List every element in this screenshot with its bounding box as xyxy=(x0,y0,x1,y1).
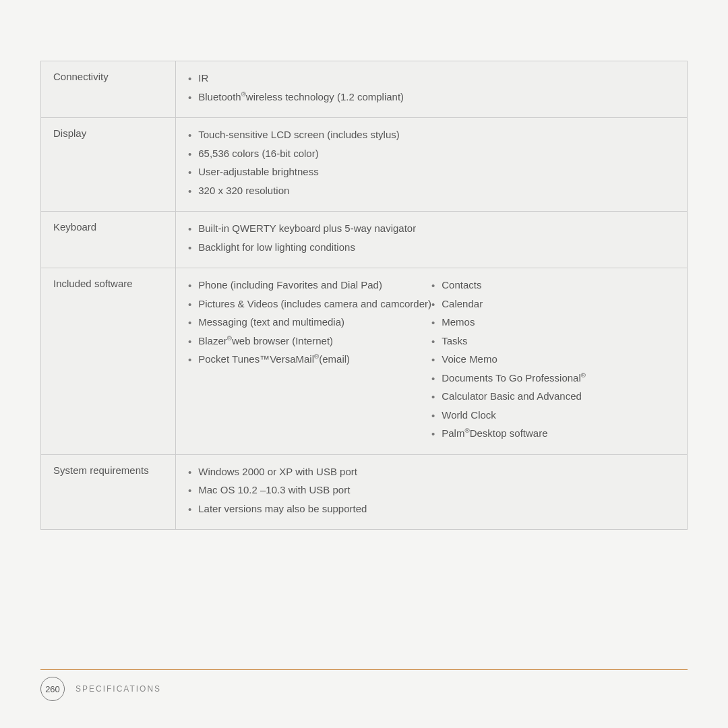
row-label-display: Display xyxy=(41,118,176,212)
list-item: Pocket Tunes™VersaMail® (email) xyxy=(188,352,431,368)
row-label-connectivity: Connectivity xyxy=(41,61,176,118)
software-col-right: Contacts Calendar Memos Tasks Voice Memo… xyxy=(431,278,675,445)
list-item: Pictures & Videos (includes camera and c… xyxy=(188,297,431,313)
row-label-software: Included software xyxy=(41,268,176,455)
display-list: Touch-sensitive LCD screen (includes sty… xyxy=(188,127,675,199)
row-value-connectivity: IR Bluetooth® wireless technology (1.2 c… xyxy=(176,61,688,118)
row-value-sysreq: Windows 2000 or XP with USB port Mac OS … xyxy=(176,454,688,530)
table-row: Display Touch-sensitive LCD screen (incl… xyxy=(41,118,688,212)
list-item: Calendar xyxy=(431,297,675,313)
list-item: Blazer® web browser (Internet) xyxy=(188,334,431,350)
list-item: Voice Memo xyxy=(431,352,675,368)
list-item: Built-in QWERTY keyboard plus 5-way navi… xyxy=(188,221,675,237)
list-item: Windows 2000 or XP with USB port xyxy=(188,464,675,481)
list-item: Calculator Basic and Advanced xyxy=(431,389,675,405)
software-col-left: Phone (including Favorites and Dial Pad)… xyxy=(188,278,431,445)
table-row: Keyboard Built-in QWERTY keyboard plus 5… xyxy=(41,212,688,268)
sysreq-list: Windows 2000 or XP with USB port Mac OS … xyxy=(188,464,675,518)
list-item: IR xyxy=(188,71,675,87)
list-item: Contacts xyxy=(431,278,675,294)
connectivity-list: IR Bluetooth® wireless technology (1.2 c… xyxy=(188,71,675,105)
list-item: Mac OS 10.2 –10.3 with USB port xyxy=(188,483,675,499)
list-item: World Clock xyxy=(431,408,675,424)
list-item: Memos xyxy=(431,315,675,331)
list-item: User-adjustable brightness xyxy=(188,164,675,181)
list-item: Palm® Desktop software xyxy=(431,426,675,442)
row-value-software: Phone (including Favorites and Dial Pad)… xyxy=(176,268,688,455)
list-item: Touch-sensitive LCD screen (includes sty… xyxy=(188,127,675,144)
list-item: Phone (including Favorites and Dial Pad) xyxy=(188,278,431,294)
keyboard-list: Built-in QWERTY keyboard plus 5-way navi… xyxy=(188,221,675,255)
software-two-col: Phone (including Favorites and Dial Pad)… xyxy=(188,278,675,445)
list-item: 320 x 320 resolution xyxy=(188,183,675,200)
table-row: System requirements Windows 2000 or XP w… xyxy=(41,454,688,530)
specs-table: Connectivity IR Bluetooth® wireless tech… xyxy=(40,61,688,530)
row-value-display: Touch-sensitive LCD screen (includes sty… xyxy=(176,118,688,212)
list-item: Bluetooth® wireless technology (1.2 comp… xyxy=(188,90,675,106)
table-row: Included software Phone (including Favor… xyxy=(41,268,688,455)
list-item: Backlight for low lighting conditions xyxy=(188,240,675,256)
list-item: Later versions may also be supported xyxy=(188,502,675,518)
row-label-keyboard: Keyboard xyxy=(41,212,176,268)
list-item: Messaging (text and multimedia) xyxy=(188,315,431,331)
list-item: Tasks xyxy=(431,334,675,350)
page-number: 260 xyxy=(40,677,65,701)
footer-label: SPECIFICATIONS xyxy=(75,684,161,694)
footer: 260 SPECIFICATIONS xyxy=(40,669,688,701)
row-label-sysreq: System requirements xyxy=(41,454,176,530)
table-row: Connectivity IR Bluetooth® wireless tech… xyxy=(41,61,688,118)
list-item: 65,536 colors (16-bit color) xyxy=(188,146,675,162)
row-value-keyboard: Built-in QWERTY keyboard plus 5-way navi… xyxy=(176,212,688,268)
page-container: Connectivity IR Bluetooth® wireless tech… xyxy=(0,0,728,728)
list-item: Documents To Go Professional® xyxy=(431,371,675,387)
